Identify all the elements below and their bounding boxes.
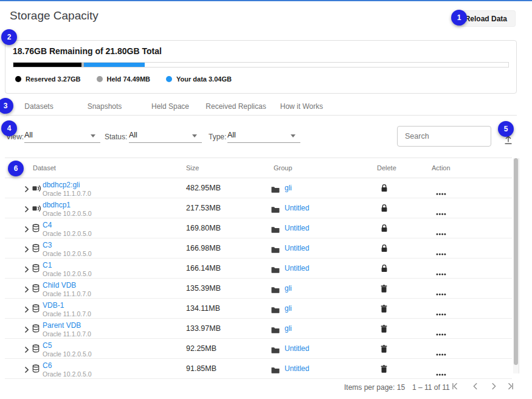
legend-item-your-data: Your data 3.04GB bbox=[166, 75, 232, 83]
expand-chevron-icon[interactable] bbox=[23, 245, 30, 252]
group-link[interactable]: Untitled bbox=[285, 244, 309, 252]
group-link[interactable]: gli bbox=[285, 324, 292, 333]
tab-received-replicas[interactable]: Received Replicas bbox=[203, 99, 269, 115]
legend-reserved-label: Reserved 3.27GB bbox=[26, 75, 81, 83]
folder-icon bbox=[271, 224, 280, 235]
scrollbar-thumb[interactable] bbox=[514, 158, 518, 365]
group-link[interactable]: Untitled bbox=[285, 224, 309, 232]
storage-capacity-page: Storage Capacity Reload Data 18.76GB Rem… bbox=[0, 0, 532, 399]
action-menu-icon[interactable] bbox=[436, 187, 446, 198]
expand-chevron-icon[interactable] bbox=[23, 365, 30, 372]
action-menu-icon[interactable] bbox=[436, 347, 446, 358]
annotation-badge-6: 6 bbox=[8, 161, 24, 176]
page-title: Storage Capacity bbox=[10, 9, 98, 23]
trash-icon[interactable] bbox=[381, 344, 387, 355]
expand-chevron-icon[interactable] bbox=[23, 305, 30, 312]
vdb-icon bbox=[32, 364, 40, 375]
dataset-name-link[interactable]: Child VDB bbox=[43, 281, 76, 290]
expand-chevron-icon[interactable] bbox=[23, 184, 30, 192]
previous-page-icon[interactable] bbox=[468, 380, 483, 394]
group-link[interactable]: Untitled bbox=[285, 344, 309, 353]
dataset-version-text: Oracle 10.2.0.5.0 bbox=[43, 210, 92, 218]
size-value: 92.25MB bbox=[186, 344, 216, 353]
action-menu-icon[interactable] bbox=[436, 247, 446, 258]
group-link[interactable]: Untitled bbox=[285, 364, 309, 373]
expand-chevron-icon[interactable] bbox=[23, 345, 30, 352]
dataset-name-link[interactable]: C4 bbox=[43, 221, 52, 229]
group-link[interactable]: gli bbox=[285, 184, 292, 192]
type-filter-select[interactable]: All bbox=[227, 129, 300, 143]
trash-icon[interactable] bbox=[381, 364, 387, 375]
action-menu-icon[interactable] bbox=[436, 227, 446, 238]
dataset-name-link[interactable]: VDB-1 bbox=[43, 301, 64, 310]
view-filter-select[interactable]: All bbox=[24, 129, 100, 143]
table-row: C5 Oracle 10.2.0.5.0 92.25MB Untitled bbox=[5, 339, 512, 359]
group-link[interactable]: gli bbox=[285, 284, 292, 293]
column-header-dataset: Dataset bbox=[33, 164, 56, 172]
column-header-group: Group bbox=[274, 164, 292, 172]
expand-chevron-icon[interactable] bbox=[23, 285, 30, 292]
items-per-page-value[interactable]: 15 bbox=[397, 383, 405, 392]
vdb-icon bbox=[32, 264, 40, 275]
vdb-icon bbox=[32, 324, 40, 335]
dataset-version-text: Oracle 10.2.0.5.0 bbox=[43, 350, 92, 358]
last-page-icon[interactable] bbox=[503, 380, 518, 394]
size-value: 166.14MB bbox=[186, 264, 221, 272]
dataset-cell: C4 Oracle 10.2.0.5.0 bbox=[43, 220, 92, 238]
search-input[interactable] bbox=[398, 127, 491, 146]
table-row: dbdhcp1 Oracle 10.2.0.5.0 217.53MB Untit… bbox=[5, 198, 512, 218]
lock-icon[interactable] bbox=[381, 264, 388, 275]
first-page-icon[interactable] bbox=[447, 380, 462, 394]
tab-snapshots[interactable]: Snapshots bbox=[72, 99, 137, 115]
lock-icon[interactable] bbox=[381, 184, 388, 195]
vdb-icon bbox=[32, 284, 40, 295]
action-menu-icon[interactable] bbox=[436, 367, 446, 378]
action-menu-icon[interactable] bbox=[436, 307, 446, 318]
vdb-icon bbox=[32, 244, 40, 255]
dataset-cell: Parent VDB Oracle 11.1.0.7.0 bbox=[43, 321, 91, 338]
tab-how-it-works[interactable]: How it Works bbox=[269, 99, 334, 115]
capacity-panel: 18.76GB Remaining of 21.80GB Total Reser… bbox=[5, 40, 517, 94]
next-page-icon[interactable] bbox=[486, 380, 501, 394]
dataset-cell: C1 Oracle 10.2.0.5.0 bbox=[43, 260, 92, 278]
expand-chevron-icon[interactable] bbox=[23, 224, 30, 232]
expand-chevron-icon[interactable] bbox=[23, 265, 30, 272]
legend-item-reserved: Reserved 3.27GB bbox=[15, 75, 81, 83]
items-per-page-label: Items per page: bbox=[344, 383, 395, 392]
dataset-name-link[interactable]: C5 bbox=[43, 341, 52, 350]
dataset-name-link[interactable]: C1 bbox=[43, 261, 52, 269]
group-link[interactable]: Untitled bbox=[285, 264, 309, 272]
action-menu-icon[interactable] bbox=[436, 207, 446, 218]
chevron-down-icon bbox=[192, 134, 197, 137]
dataset-name-link[interactable]: dbdhcp1 bbox=[43, 201, 71, 209]
lock-icon[interactable] bbox=[381, 224, 388, 235]
action-menu-icon[interactable] bbox=[436, 267, 446, 278]
dataset-name-link[interactable]: dbdhcp2:gli bbox=[43, 181, 80, 189]
size-value: 135.39MB bbox=[186, 284, 221, 293]
status-filter-label: Status: bbox=[105, 133, 127, 141]
status-filter-select[interactable]: All bbox=[129, 129, 202, 143]
trash-icon[interactable] bbox=[381, 284, 387, 295]
legend-item-held: Held 74.49MB bbox=[97, 75, 151, 83]
group-link[interactable]: Untitled bbox=[285, 204, 309, 212]
size-value: 91.85MB bbox=[186, 364, 216, 373]
dataset-name-link[interactable]: C6 bbox=[43, 361, 52, 370]
group-link[interactable]: gli bbox=[285, 304, 292, 313]
tab-held-space[interactable]: Held Space bbox=[137, 99, 203, 115]
dataset-name-link[interactable]: C3 bbox=[43, 241, 52, 249]
expand-chevron-icon[interactable] bbox=[23, 204, 30, 212]
table-row: VDB-1 Oracle 11.1.0.7.0 134.11MB gli bbox=[5, 299, 512, 319]
type-filter-value: All bbox=[227, 131, 236, 139]
expand-chevron-icon[interactable] bbox=[23, 325, 30, 332]
lock-icon[interactable] bbox=[381, 204, 388, 215]
action-menu-icon[interactable] bbox=[436, 327, 446, 338]
capacity-progress-bar bbox=[13, 62, 509, 68]
lock-icon[interactable] bbox=[381, 244, 388, 255]
view-filter-value: All bbox=[24, 131, 33, 139]
trash-icon[interactable] bbox=[381, 304, 387, 315]
action-menu-icon[interactable] bbox=[436, 287, 446, 298]
tab-datasets[interactable]: Datasets bbox=[6, 99, 72, 115]
trash-icon[interactable] bbox=[381, 324, 387, 335]
dataset-name-link[interactable]: Parent VDB bbox=[43, 321, 81, 330]
vdb-icon bbox=[32, 344, 40, 355]
